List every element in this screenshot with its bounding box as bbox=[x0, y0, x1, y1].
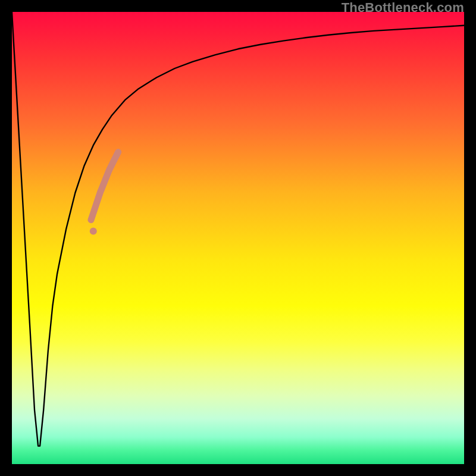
bottleneck-curve bbox=[12, 12, 464, 446]
chart-frame: TheBottleneck.com bbox=[0, 0, 476, 476]
highlight-dot bbox=[90, 228, 97, 235]
highlight-band bbox=[91, 152, 118, 220]
chart-svg bbox=[12, 12, 464, 464]
plot-area bbox=[12, 12, 464, 464]
